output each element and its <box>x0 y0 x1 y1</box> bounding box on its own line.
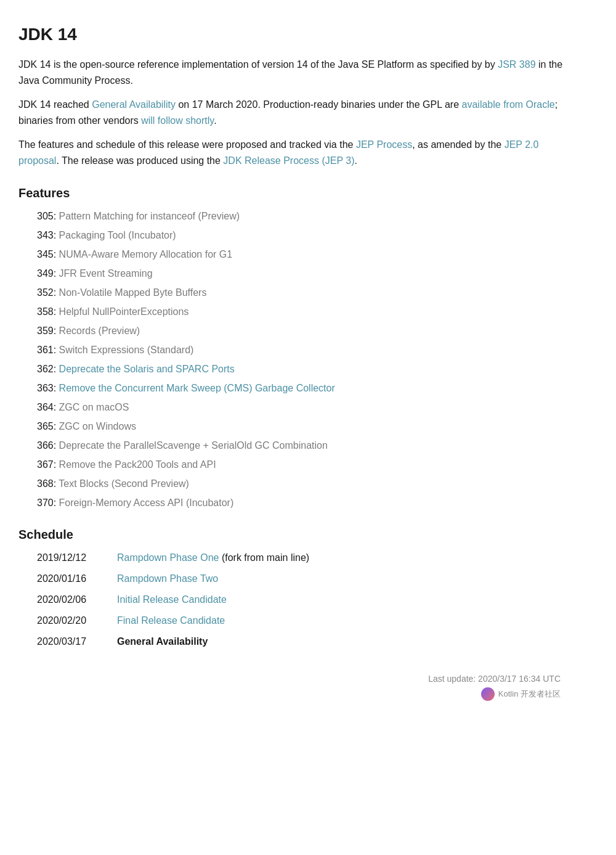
schedule-row: 2020/03/17General Availability <box>37 634 567 649</box>
intro-p3-end1: . The release was produced using the <box>56 155 223 166</box>
feature-item: 365: ZGC on Windows <box>37 419 567 434</box>
feature-label: Pattern Matching for instanceof (Preview… <box>59 211 240 221</box>
feature-label: ZGC on Windows <box>59 421 136 432</box>
intro-p2-middle: on 17 March 2020. Production-ready binar… <box>176 99 462 110</box>
feature-item: 359: Records (Preview) <box>37 324 567 338</box>
schedule-date: 2019/12/12 <box>37 550 117 565</box>
kotlin-badge-text: Kotlin 开发者社区 <box>498 689 561 700</box>
will-follow-shortly-link[interactable]: will follow shortly <box>141 115 214 126</box>
intro-p3-middle: , as amended by the <box>412 139 504 150</box>
feature-label: Records (Preview) <box>59 325 140 336</box>
feature-number: 368: <box>37 478 59 489</box>
feature-number: 359: <box>37 325 59 336</box>
feature-item: 305: Pattern Matching for instanceof (Pr… <box>37 209 567 224</box>
jdk-release-process-link[interactable]: JDK Release Process (JEP 3) <box>223 155 354 166</box>
feature-label: JFR Event Streaming <box>59 268 153 279</box>
feature-number: 364: <box>37 402 59 412</box>
feature-item: 368: Text Blocks (Second Preview) <box>37 477 567 491</box>
schedule-label-bold: General Availability <box>117 636 208 647</box>
schedule-row: 2020/02/06Initial Release Candidate <box>37 592 567 607</box>
feature-item: 352: Non-Volatile Mapped Byte Buffers <box>37 285 567 300</box>
feature-number: 366: <box>37 440 59 451</box>
feature-number: 365: <box>37 421 59 432</box>
schedule-label-container: Rampdown Phase One (fork from main line) <box>117 550 309 565</box>
feature-item: 363: Remove the Concurrent Mark Sweep (C… <box>37 381 567 396</box>
feature-label: NUMA-Aware Memory Allocation for G1 <box>59 249 233 260</box>
intro-paragraph-2: JDK 14 reached General Availability on 1… <box>18 97 567 128</box>
schedule-date: 2020/01/16 <box>37 571 117 586</box>
feature-item: 349: JFR Event Streaming <box>37 266 567 281</box>
features-list: 305: Pattern Matching for instanceof (Pr… <box>18 209 567 510</box>
feature-number: 370: <box>37 497 59 508</box>
feature-label: Packaging Tool (Incubator) <box>59 230 176 240</box>
schedule-row: 2020/02/20Final Release Candidate <box>37 613 567 628</box>
schedule-label-link[interactable]: Rampdown Phase Two <box>117 573 218 584</box>
general-availability-link[interactable]: General Availability <box>92 99 176 110</box>
feature-item: 345: NUMA-Aware Memory Allocation for G1 <box>37 247 567 262</box>
schedule-label-container: Rampdown Phase Two <box>117 571 218 586</box>
kotlin-icon <box>481 687 495 701</box>
feature-item: 358: Helpful NullPointerExceptions <box>37 305 567 319</box>
intro-paragraph-3: The features and schedule of this releas… <box>18 137 567 168</box>
feature-item: 343: Packaging Tool (Incubator) <box>37 228 567 243</box>
footer-content: Last update: 2020/3/17 16:34 UTC Kotlin … <box>428 674 561 701</box>
features-section-title: Features <box>18 186 567 200</box>
feature-label: Switch Expressions (Standard) <box>59 345 194 355</box>
feature-label: ZGC on macOS <box>59 402 129 412</box>
intro-p3-start: The features and schedule of this releas… <box>18 139 356 150</box>
kotlin-badge: Kotlin 开发者社区 <box>428 687 561 701</box>
footer-row: Last update: 2020/3/17 16:34 UTC Kotlin … <box>18 661 567 701</box>
feature-number: 363: <box>37 383 59 393</box>
jsr389-link[interactable]: JSR 389 <box>498 59 535 70</box>
feature-number: 345: <box>37 249 59 260</box>
feature-label: Text Blocks (Second Preview) <box>59 478 189 489</box>
schedule-label-link[interactable]: Initial Release Candidate <box>117 594 227 605</box>
feature-number: 352: <box>37 287 59 298</box>
schedule-label-link[interactable]: Rampdown Phase One <box>117 552 219 563</box>
schedule-suffix: (fork from main line) <box>219 552 309 563</box>
intro-p2-end2: . <box>214 115 216 126</box>
feature-number: 358: <box>37 306 59 317</box>
feature-item: 370: Foreign-Memory Access API (Incubato… <box>37 496 567 510</box>
schedule-row: 2019/12/12Rampdown Phase One (fork from … <box>37 550 567 565</box>
last-update-text: Last update: 2020/3/17 16:34 UTC <box>428 674 561 684</box>
page-title: JDK 14 <box>18 25 567 44</box>
available-from-oracle-link[interactable]: available from Oracle <box>462 99 555 110</box>
intro-p2-text-start: JDK 14 reached <box>18 99 92 110</box>
feature-number: 343: <box>37 230 59 240</box>
feature-label: Non-Volatile Mapped Byte Buffers <box>59 287 207 298</box>
feature-number: 305: <box>37 211 59 221</box>
feature-number: 362: <box>37 364 59 374</box>
intro-block: JDK 14 is the open-source reference impl… <box>18 57 567 169</box>
schedule-label-container: Final Release Candidate <box>117 613 225 628</box>
schedule-date: 2020/03/17 <box>37 634 117 649</box>
feature-number: 349: <box>37 268 59 279</box>
feature-label: Helpful NullPointerExceptions <box>59 306 189 317</box>
intro-p3-end2: . <box>354 155 357 166</box>
feature-number: 361: <box>37 345 59 355</box>
schedule-row: 2020/01/16Rampdown Phase Two <box>37 571 567 586</box>
schedule-section-title: Schedule <box>18 528 567 542</box>
intro-paragraph-1: JDK 14 is the open-source reference impl… <box>18 57 567 88</box>
feature-number: 367: <box>37 459 59 470</box>
jep-process-link[interactable]: JEP Process <box>356 139 412 150</box>
feature-label: Remove the Pack200 Tools and API <box>59 459 216 470</box>
schedule-table: 2019/12/12Rampdown Phase One (fork from … <box>18 550 567 649</box>
feature-label[interactable]: Deprecate the Solaris and SPARC Ports <box>59 364 235 374</box>
feature-item: 364: ZGC on macOS <box>37 400 567 415</box>
schedule-date: 2020/02/06 <box>37 592 117 607</box>
intro-p1-text-start: JDK 14 is the open-source reference impl… <box>18 59 498 70</box>
feature-item: 367: Remove the Pack200 Tools and API <box>37 457 567 472</box>
feature-item: 362: Deprecate the Solaris and SPARC Por… <box>37 362 567 377</box>
feature-item: 361: Switch Expressions (Standard) <box>37 343 567 358</box>
feature-item: 366: Deprecate the ParallelScavenge + Se… <box>37 438 567 453</box>
page-container: JDK 14 JDK 14 is the open-source referen… <box>0 0 585 726</box>
schedule-label-container: General Availability <box>117 634 208 649</box>
feature-label: Foreign-Memory Access API (Incubator) <box>59 497 234 508</box>
schedule-label-link[interactable]: Final Release Candidate <box>117 615 225 626</box>
schedule-date: 2020/02/20 <box>37 613 117 628</box>
feature-label: Deprecate the ParallelScavenge + SerialO… <box>59 440 328 451</box>
schedule-label-container: Initial Release Candidate <box>117 592 227 607</box>
feature-label[interactable]: Remove the Concurrent Mark Sweep (CMS) G… <box>59 383 335 393</box>
